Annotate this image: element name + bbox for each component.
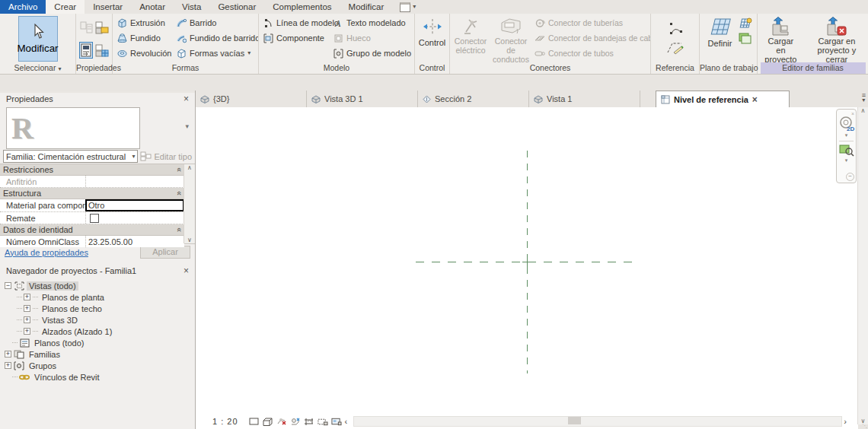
drawing-canvas[interactable]: × 2D ▾ ▾ − 1 : 20 ‹	[196, 107, 858, 429]
tab-modificar[interactable]: Modificar	[340, 0, 393, 14]
tree-item-alzados[interactable]: + Alzados (Alzado 1)	[0, 326, 195, 337]
family-category-icon[interactable]	[79, 42, 93, 59]
family-select[interactable]: Familia: Cimentación estructural ▾	[3, 150, 138, 163]
property-row-anfitrion[interactable]: Anfitrión	[0, 176, 184, 188]
model-group-button[interactable]: Grupo de modelo ▾	[330, 46, 411, 61]
type-selector[interactable]: R ▾	[0, 106, 195, 149]
close-view-tab-button[interactable]: ×	[752, 94, 758, 105]
family-category-folder-icon[interactable]	[95, 21, 109, 34]
group-datos-identidad[interactable]: Datos de identidad «	[0, 224, 184, 236]
expand-box-icon[interactable]: +	[24, 294, 30, 300]
opening-icon	[333, 33, 343, 43]
load-into-project-close-button[interactable]: Cargar en proyecto y cerrar	[807, 15, 866, 62]
sun-path-icon[interactable]	[276, 417, 287, 426]
chevron-down-icon[interactable]: ▾	[845, 157, 848, 164]
electrical-connector-icon	[460, 17, 481, 37]
revolucion-button[interactable]: Revolución	[114, 46, 174, 61]
horizontal-scrollbar[interactable]	[353, 416, 842, 427]
resize-grip[interactable]: ⋱	[862, 423, 868, 429]
view-tab-seccion-2[interactable]: Sección 2	[418, 91, 529, 107]
tab-anotar[interactable]: Anotar	[131, 0, 174, 14]
extrusion-button[interactable]: Extrusión	[114, 15, 174, 30]
steering-wheel-2d-icon[interactable]: 2D	[838, 116, 855, 132]
scale-control[interactable]: 1 : 20	[212, 417, 238, 426]
group-estructura[interactable]: Estructura «	[0, 188, 184, 199]
family-types-grid-icon[interactable]	[95, 44, 109, 57]
tab-gestionar[interactable]: Gestionar	[209, 0, 264, 14]
properties-help-link[interactable]: Ayuda de propiedades	[5, 248, 88, 257]
component-button[interactable]: Componente	[260, 30, 330, 46]
set-workplane-button[interactable]: Definir	[705, 15, 736, 62]
ribbon-tab-row: Archivo Crear Insertar Anotar Vista Gest…	[0, 0, 868, 14]
horizontal-scrollbar-thumb[interactable]	[568, 417, 581, 424]
tab-vista[interactable]: Vista	[174, 0, 209, 14]
tree-item-planos-planta[interactable]: + Planos de planta	[0, 291, 195, 303]
viewer-icon[interactable]	[739, 32, 752, 44]
material-value-field[interactable]: Otro	[85, 199, 184, 211]
scroll-up-icon[interactable]: ∧	[861, 107, 866, 114]
collapse-bar-chevron-icon[interactable]: ‹	[345, 417, 348, 426]
scroll-up-icon[interactable]: ∧	[187, 164, 192, 171]
view-tab-nivel-referencia[interactable]: Nivel de referencia ×	[656, 91, 790, 107]
tree-item-vistas-3d[interactable]: + Vistas 3D	[0, 314, 195, 326]
expand-box-icon[interactable]: +	[5, 362, 11, 369]
crop-view-icon[interactable]	[304, 417, 314, 426]
properties-scrollbar[interactable]: ∧ ∨	[183, 164, 195, 243]
fundido-button[interactable]: Fundido	[114, 30, 174, 46]
scroll-down-icon[interactable]: ∨	[187, 237, 192, 243]
show-crop-region-icon[interactable]	[318, 417, 328, 426]
tab-list-menu[interactable]: ≡ ▾	[862, 94, 866, 103]
panel-label-seleccionar[interactable]: Seleccionar ▾	[0, 62, 75, 74]
view-tab-vista-3d-1[interactable]: Vista 3D 1	[307, 91, 418, 107]
close-icon[interactable]: ×	[851, 111, 854, 116]
tree-item-familias[interactable]: + Familias	[0, 348, 195, 360]
model-line-button[interactable]: Línea de modelo	[260, 15, 330, 30]
zoom-region-icon[interactable]	[839, 143, 854, 157]
tree-item-vistas[interactable]: − Vistas (todo)	[0, 280, 195, 291]
tab-crear[interactable]: Crear	[46, 0, 85, 14]
fundido-barrido-button[interactable]: Fundido de barrido	[174, 30, 258, 46]
expand-box-icon[interactable]: +	[5, 351, 11, 358]
family-types-icon[interactable]	[80, 21, 93, 34]
view-tab-3d[interactable]: {3D}	[196, 91, 307, 107]
temporary-hide-icon[interactable]	[331, 417, 342, 426]
show-workplane-icon[interactable]	[739, 17, 752, 30]
expand-box-icon[interactable]: +	[24, 305, 30, 312]
shadows-icon[interactable]	[290, 417, 301, 426]
vertical-scrollbar[interactable]: ∧ ∨	[857, 107, 868, 424]
collapse-navbar-icon[interactable]: −	[846, 173, 854, 181]
property-row-remate[interactable]: Remate	[0, 212, 184, 224]
chevron-down-icon[interactable]: ▾	[185, 122, 189, 130]
formas-vacias-button[interactable]: Formas vacías ▾	[174, 46, 258, 61]
property-row-material[interactable]: Material para comporta... Otro	[0, 199, 184, 212]
chevron-down-icon[interactable]: ▾	[845, 132, 848, 138]
group-restricciones[interactable]: Restricciones «	[0, 164, 184, 176]
property-row-omniclass[interactable]: Número OmniClass 23.25.05.00	[0, 236, 184, 247]
ribbon-display-toggle[interactable]: ▾	[397, 0, 419, 14]
visual-style-icon[interactable]	[263, 417, 273, 426]
tab-archivo[interactable]: Archivo	[0, 0, 46, 14]
reference-line-icon[interactable]	[667, 22, 684, 37]
reference-plane-icon[interactable]	[666, 40, 685, 56]
tab-insertar[interactable]: Insertar	[85, 0, 131, 14]
collapse-box-icon[interactable]: −	[5, 282, 11, 289]
barrido-button[interactable]: Barrido	[174, 15, 258, 30]
modify-button[interactable]: Modificar	[18, 16, 58, 62]
tree-item-planos-techo[interactable]: + Planos de techo	[0, 303, 195, 314]
control-button[interactable]: Control	[416, 15, 448, 62]
tree-item-vinculos-revit[interactable]: Vínculos de Revit	[0, 371, 195, 383]
tree-item-planos-todo[interactable]: Planos (todo)	[0, 337, 195, 348]
model-text-button[interactable]: A Texto modelado	[330, 15, 411, 30]
view-tab-vista-1[interactable]: Vista 1	[529, 91, 640, 107]
close-icon[interactable]: ×	[183, 265, 189, 278]
panel-formas: Extrusión Fundido Revolución Barrido	[113, 14, 259, 74]
detail-level-icon[interactable]	[249, 417, 260, 426]
close-icon[interactable]: ×	[183, 93, 189, 106]
tree-item-grupos[interactable]: + Grupos	[0, 360, 195, 371]
tab-complementos[interactable]: Complementos	[264, 0, 340, 14]
remate-checkbox[interactable]	[90, 214, 99, 223]
load-into-project-button[interactable]: Cargar en proyecto	[759, 15, 803, 62]
scroll-right-icon[interactable]: ›	[844, 417, 847, 426]
expand-box-icon[interactable]: +	[24, 328, 30, 335]
expand-box-icon[interactable]: +	[24, 316, 30, 323]
